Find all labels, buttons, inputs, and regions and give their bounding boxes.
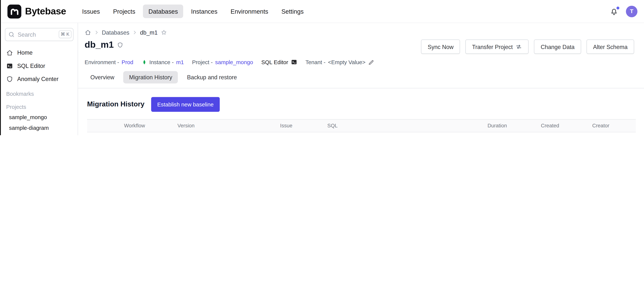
section-label: Bookmarks xyxy=(1,86,78,99)
sidebar-item-anomaly-center[interactable]: Anomaly Center xyxy=(1,72,78,86)
topbar-nav-item[interactable]: Instances xyxy=(186,5,223,18)
breadcrumb-home-icon[interactable] xyxy=(85,29,91,36)
page-title: db_m1 xyxy=(85,40,114,50)
table-column-header: Duration xyxy=(488,120,541,132)
topbar-nav-item[interactable]: Settings xyxy=(276,5,309,18)
meta-project: Project - sample_mongo xyxy=(192,59,253,65)
sql-editor-label: SQL Editor xyxy=(261,59,288,65)
meta-tenant: Tenant - <Empty Value> xyxy=(306,59,374,65)
topbar-nav: Issues Projects Databases Instances Envi… xyxy=(77,5,309,18)
sidebar-project-item[interactable]: sample_mongo xyxy=(1,112,78,123)
project-link[interactable]: sample_mongo xyxy=(215,59,253,65)
meta-sql-editor[interactable]: SQL Editor xyxy=(261,59,297,65)
avatar[interactable]: T xyxy=(626,6,638,17)
layout: ⌘ K Home SQL Editor xyxy=(1,23,644,135)
database-tab[interactable]: Backup and restore xyxy=(181,71,242,83)
sidebar-project-item[interactable]: sample-pg xyxy=(1,133,78,135)
sidebar-item-home[interactable]: Home xyxy=(1,46,78,59)
breadcrumb: Databases db_m1 xyxy=(78,23,644,37)
transfer-project-label: Transfer Project xyxy=(472,43,513,50)
database-tab[interactable]: Migration History xyxy=(123,71,178,83)
edit-pencil-icon[interactable] xyxy=(368,59,374,65)
table-column-header: Version xyxy=(177,120,280,132)
database-tabs: Overview Migration History Backup and re… xyxy=(78,65,644,88)
alter-schema-button[interactable]: Alter Schema xyxy=(586,40,634,54)
sidebar-project-item[interactable]: sample-diagram xyxy=(1,123,78,133)
sql-editor-icon xyxy=(6,62,13,69)
migration-table-header: Workflow Version Issue SQL Duration Crea… xyxy=(87,119,636,132)
main: Databases db_m1 db_m1 xyxy=(78,23,644,135)
search-box: ⌘ K xyxy=(5,28,74,41)
brand-name: Bytebase xyxy=(25,6,66,17)
section-label: Projects xyxy=(1,99,78,112)
project-label: Project - xyxy=(192,59,213,65)
environment-label: Environment - xyxy=(85,59,119,65)
table-row: UI 20230111052527 109 db.students.insert… xyxy=(87,132,636,135)
transfer-icon xyxy=(516,43,522,50)
instance-label: Instance - xyxy=(149,59,174,65)
sidebar-section-bookmarks: Bookmarks xyxy=(1,86,78,99)
table-column-header xyxy=(87,123,124,129)
topbar-nav-item[interactable]: Databases xyxy=(143,5,183,18)
breadcrumb-databases[interactable]: Databases xyxy=(102,29,129,36)
breadcrumb-current: db_m1 xyxy=(140,29,158,36)
search-shortcut: ⌘ K xyxy=(58,31,72,38)
cell-sql: db.students.insertMany([ { name: "Jacika… xyxy=(328,132,488,135)
title-left: db_m1 xyxy=(85,40,123,50)
bytebase-logo-icon xyxy=(8,4,22,18)
instance-link[interactable]: m1 xyxy=(176,59,184,65)
sidebar: ⌘ K Home SQL Editor xyxy=(1,23,78,135)
migration-history-section: Migration History Establish new baseline… xyxy=(78,89,644,135)
table-column-header: Workflow xyxy=(124,120,178,132)
topbar-right: T xyxy=(610,6,637,17)
table-column-header: SQL xyxy=(328,120,488,132)
sidebar-item-label: SQL Editor xyxy=(17,63,45,69)
tenant-label: Tenant - xyxy=(306,59,326,65)
search-icon xyxy=(8,31,15,38)
table-column-header: Created xyxy=(541,120,592,132)
section-title: Migration History xyxy=(87,100,144,109)
database-meta: Environment - Prod Instance - m1 Project… xyxy=(78,54,644,66)
bytebase-brand[interactable]: Bytebase xyxy=(8,4,66,18)
topbar-nav-item[interactable]: Issues xyxy=(77,5,105,18)
sql-editor-icon xyxy=(290,59,297,65)
meta-environment: Environment - Prod xyxy=(85,59,134,65)
notification-bell-icon[interactable] xyxy=(610,7,618,16)
sidebar-section-projects: Projects sample_mongosample-diagramsampl… xyxy=(1,99,78,135)
environment-link[interactable]: Prod xyxy=(122,59,134,65)
tenant-value: <Empty Value> xyxy=(328,59,366,65)
chevron-right-icon xyxy=(94,30,99,35)
topbar-nav-item[interactable]: Environments xyxy=(225,5,274,18)
page-actions: Sync Now Transfer Project Change Data Al… xyxy=(421,40,634,54)
anomaly-shield-icon xyxy=(6,75,13,82)
mongodb-leaf-icon xyxy=(142,59,147,65)
notification-dot xyxy=(616,6,619,9)
section-head: Migration History Establish new baseline xyxy=(87,97,636,112)
sidebar-item-label: Home xyxy=(17,49,32,56)
sync-now-button[interactable]: Sync Now xyxy=(421,40,460,54)
bookmark-star-icon[interactable] xyxy=(160,29,167,36)
topbar-nav-item[interactable]: Projects xyxy=(108,5,140,18)
app-window: Bytebase Issues Projects Databases Insta… xyxy=(0,0,644,135)
change-data-button[interactable]: Change Data xyxy=(534,40,581,54)
table-column-header: Creator xyxy=(592,120,636,132)
establish-baseline-button[interactable]: Establish new baseline xyxy=(151,97,220,112)
protection-shield-icon xyxy=(117,42,123,48)
database-tab[interactable]: Overview xyxy=(85,71,120,83)
transfer-project-button[interactable]: Transfer Project xyxy=(466,40,529,54)
table-column-header: Issue xyxy=(280,120,328,132)
project-list: sample_mongosample-diagramsample-pg xyxy=(1,112,78,135)
meta-instance: Instance - m1 xyxy=(142,59,184,65)
home-icon xyxy=(6,49,13,56)
chevron-right-icon xyxy=(132,30,137,35)
migration-table-body: UI 20230111052527 109 db.students.insert… xyxy=(87,132,636,135)
sidebar-item-label: Anomaly Center xyxy=(17,76,58,82)
topbar: Bytebase Issues Projects Databases Insta… xyxy=(1,0,644,23)
sidebar-item-sql-editor[interactable]: SQL Editor xyxy=(1,59,78,72)
title-row: db_m1 Sync Now Transfer Project xyxy=(78,37,644,54)
